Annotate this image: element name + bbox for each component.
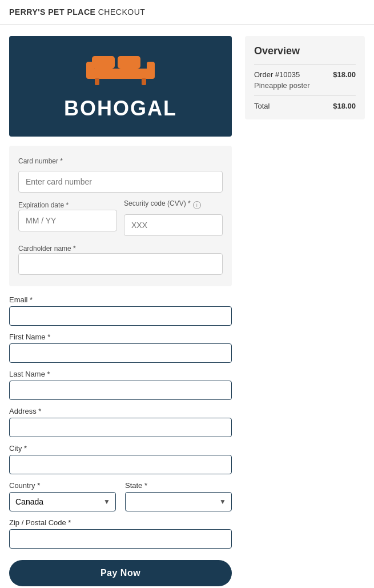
state-field-group: State * AB BC ON QC ▼	[125, 481, 232, 511]
form-section: Email * First Name * Last Name * Address…	[9, 295, 232, 549]
last-name-input[interactable]	[9, 381, 232, 400]
order-price: $18.00	[333, 70, 356, 79]
zip-field-group: Zip / Postal Code *	[9, 518, 232, 549]
order-row: Order #10035 $18.00	[254, 70, 356, 79]
country-select[interactable]: Canada United States United Kingdom	[9, 492, 116, 511]
city-label: City *	[9, 444, 232, 453]
security-code-input[interactable]	[124, 214, 223, 236]
email-input[interactable]	[9, 306, 232, 326]
main-content: BOHOGAL Card number * Expiration date * …	[0, 25, 374, 588]
first-name-field-group: First Name *	[9, 333, 232, 363]
total-row: Total $18.00	[254, 102, 356, 110]
state-label: State *	[125, 481, 232, 490]
sofa-icon	[86, 53, 155, 87]
security-code-label: Security code (CVV) *	[124, 199, 191, 207]
country-label: Country *	[9, 481, 116, 490]
city-input[interactable]	[9, 455, 232, 474]
last-name-label: Last Name *	[9, 370, 232, 378]
card-number-label: Card number *	[18, 157, 223, 165]
address-field-group: Address *	[9, 407, 232, 437]
pay-now-button[interactable]: Pay Now	[9, 560, 232, 586]
country-state-row: Country * Canada United States United Ki…	[9, 481, 232, 511]
svg-rect-0	[92, 56, 115, 69]
email-field-group: Email *	[9, 295, 232, 326]
card-number-input[interactable]	[18, 171, 223, 193]
svg-rect-4	[147, 62, 155, 79]
cardholder-field: Cardholder name *	[18, 243, 223, 275]
item-name: Pineapple poster	[254, 81, 356, 90]
overview-title: Overview	[254, 45, 356, 57]
expiration-field: Expiration date *	[18, 199, 117, 231]
country-field-group: Country * Canada United States United Ki…	[9, 481, 116, 511]
svg-rect-6	[142, 78, 146, 85]
header-subtitle: CHECKOUT	[98, 7, 146, 17]
expiry-cvv-row: Expiration date * Security code (CVV) * …	[18, 199, 223, 236]
zip-input[interactable]	[9, 529, 232, 549]
overview-divider-bottom	[254, 95, 356, 96]
card-number-field: Card number *	[18, 157, 223, 193]
brand-name-header: PERRY'S PET PLACE	[9, 7, 95, 17]
address-label: Address *	[9, 407, 232, 415]
city-field-group: City *	[9, 444, 232, 474]
zip-label: Zip / Postal Code *	[9, 518, 232, 527]
order-label: Order #10035	[254, 70, 300, 79]
svg-rect-2	[89, 69, 152, 79]
page-wrapper: PERRY'S PET PLACE CHECKOUT	[0, 0, 374, 588]
last-name-field-group: Last Name *	[9, 370, 232, 400]
card-section: Card number * Expiration date * Security…	[9, 146, 232, 286]
total-price: $18.00	[333, 102, 356, 110]
header-title: PERRY'S PET PLACE CHECKOUT	[9, 7, 145, 17]
left-column: BOHOGAL Card number * Expiration date * …	[9, 36, 234, 586]
overview-panel: Overview Order #10035 $18.00 Pineapple p…	[245, 36, 365, 119]
expiration-label: Expiration date *	[18, 201, 69, 209]
total-label: Total	[254, 102, 270, 110]
first-name-input[interactable]	[9, 343, 232, 363]
state-select[interactable]: AB BC ON QC	[125, 492, 232, 511]
expiration-input[interactable]	[18, 210, 117, 231]
brand-banner: BOHOGAL	[9, 36, 232, 137]
security-label-row: Security code (CVV) * i	[124, 199, 223, 211]
first-name-label: First Name *	[9, 333, 232, 341]
overview-divider-top	[254, 64, 356, 65]
address-input[interactable]	[9, 418, 232, 437]
email-label: Email *	[9, 295, 232, 304]
info-icon[interactable]: i	[193, 201, 201, 209]
state-select-wrapper: AB BC ON QC ▼	[125, 492, 232, 511]
brand-name: BOHOGAL	[64, 97, 177, 121]
cardholder-input[interactable]	[18, 253, 223, 275]
svg-rect-5	[95, 78, 99, 85]
svg-rect-1	[118, 56, 140, 69]
security-code-field: Security code (CVV) * i	[124, 199, 223, 236]
header: PERRY'S PET PLACE CHECKOUT	[0, 0, 374, 25]
svg-rect-3	[86, 62, 94, 79]
country-select-wrapper: Canada United States United Kingdom ▼	[9, 492, 116, 511]
cardholder-label: Cardholder name *	[18, 245, 76, 253]
